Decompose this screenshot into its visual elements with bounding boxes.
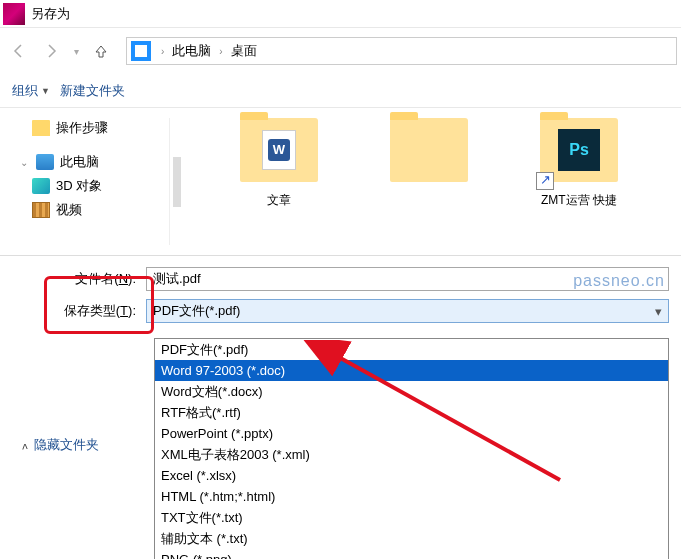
savetype-dropdown[interactable]: PDF文件(*.pdf)Word 97-2003 (*.doc)Word文档(*… <box>154 338 669 559</box>
filename-label: 文件名(N): <box>0 270 146 288</box>
form-area: 文件名(N): 保存类型(T): PDF文件(*.pdf) <box>0 256 681 326</box>
chevron-right-icon: › <box>213 46 228 57</box>
app-icon <box>3 3 25 25</box>
title-bar: 另存为 <box>0 0 681 28</box>
back-button[interactable] <box>4 36 34 66</box>
folder-icon: Ps ↗ <box>540 118 618 182</box>
nav-bar: ▾ › 此电脑 › 桌面 <box>0 28 681 74</box>
folder-item[interactable]: Ps ↗ ZMT运营 快捷 <box>534 118 624 255</box>
savetype-select[interactable]: PDF文件(*.pdf) <box>146 299 669 323</box>
tree-item-3d[interactable]: 3D 对象 <box>10 174 184 198</box>
tree-label: 3D 对象 <box>56 177 102 195</box>
3d-objects-icon <box>32 178 50 194</box>
breadcrumb-this-pc[interactable]: 此电脑 <box>170 42 213 60</box>
organize-label: 组织 <box>12 82 38 100</box>
item-label <box>427 192 430 206</box>
chevron-right-icon: › <box>155 46 170 57</box>
location-icon <box>131 41 151 61</box>
folder-item[interactable] <box>384 118 474 255</box>
pc-icon <box>36 154 54 170</box>
dropdown-option[interactable]: PNG (*.png) <box>155 549 668 559</box>
up-button[interactable] <box>86 36 116 66</box>
item-label: 文章 <box>267 192 291 209</box>
folder-icon <box>390 118 468 182</box>
chevron-down-icon: ▼ <box>41 86 50 96</box>
dropdown-option[interactable]: PowerPoint (*.pptx) <box>155 423 668 444</box>
savetype-value: PDF文件(*.pdf) <box>153 302 240 320</box>
tree-view[interactable]: 操作步骤 ⌄ 此电脑 3D 对象 视频 <box>0 108 184 255</box>
new-folder-button[interactable]: 新建文件夹 <box>60 82 125 100</box>
tree-item-steps[interactable]: 操作步骤 <box>10 116 184 140</box>
toolbar: 组织 ▼ 新建文件夹 <box>0 74 681 108</box>
organize-button[interactable]: 组织 ▼ <box>12 82 50 100</box>
tree-item-this-pc[interactable]: ⌄ 此电脑 <box>10 150 184 174</box>
new-folder-label: 新建文件夹 <box>60 82 125 100</box>
shortcut-icon: ↗ <box>536 172 554 190</box>
dropdown-option[interactable]: Word 97-2003 (*.doc) <box>155 360 668 381</box>
dropdown-option[interactable]: 辅助文本 (*.txt) <box>155 528 668 549</box>
folder-icon <box>32 120 50 136</box>
hide-folders-label: 隐藏文件夹 <box>34 436 99 454</box>
tree-item-videos[interactable]: 视频 <box>10 198 184 222</box>
photoshop-icon: Ps <box>558 129 600 171</box>
tree-label: 视频 <box>56 201 82 219</box>
dropdown-option[interactable]: XML电子表格2003 (*.xml) <box>155 444 668 465</box>
chevron-up-icon: ʌ <box>22 440 28 451</box>
file-list[interactable]: 文章 Ps ↗ ZMT运营 快捷 <box>184 108 681 255</box>
word-icon <box>262 130 296 170</box>
window-title: 另存为 <box>31 5 70 23</box>
videos-icon <box>32 202 50 218</box>
dropdown-option[interactable]: TXT文件(*.txt) <box>155 507 668 528</box>
address-bar[interactable]: › 此电脑 › 桌面 <box>126 37 677 65</box>
dropdown-option[interactable]: PDF文件(*.pdf) <box>155 339 668 360</box>
dropdown-option[interactable]: Word文档(*.docx) <box>155 381 668 402</box>
item-label: ZMT运营 快捷 <box>541 192 617 209</box>
recent-drop-button[interactable]: ▾ <box>68 36 84 66</box>
tree-label: 此电脑 <box>60 153 99 171</box>
filename-input[interactable] <box>146 267 669 291</box>
savetype-label: 保存类型(T): <box>0 302 146 320</box>
dropdown-option[interactable]: HTML (*.htm;*.html) <box>155 486 668 507</box>
dropdown-option[interactable]: Excel (*.xlsx) <box>155 465 668 486</box>
breadcrumb-desktop[interactable]: 桌面 <box>229 42 259 60</box>
hide-folders-button[interactable]: ʌ 隐藏文件夹 <box>22 436 99 454</box>
collapse-icon[interactable]: ⌄ <box>18 157 30 168</box>
forward-button[interactable] <box>36 36 66 66</box>
folder-item[interactable]: 文章 <box>234 118 324 255</box>
tree-label: 操作步骤 <box>56 119 108 137</box>
folder-icon <box>240 118 318 182</box>
dropdown-option[interactable]: RTF格式(*.rtf) <box>155 402 668 423</box>
